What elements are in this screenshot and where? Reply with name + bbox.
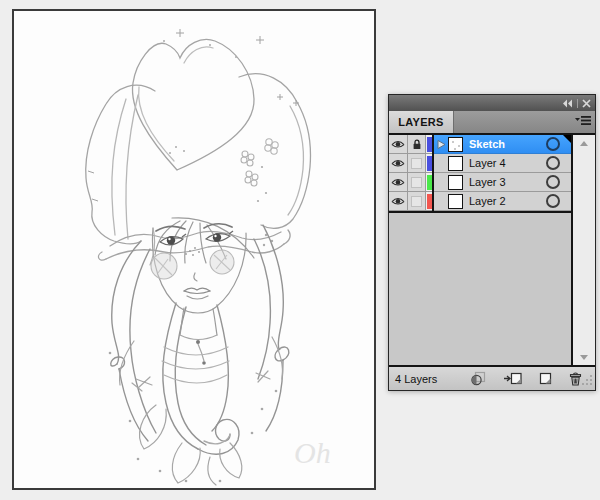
eye-icon: [391, 140, 405, 149]
visibility-toggle[interactable]: [389, 192, 408, 211]
new-layer-button[interactable]: [539, 372, 552, 385]
layer-thumbnail[interactable]: [448, 137, 463, 152]
layer-name[interactable]: Sketch: [469, 138, 505, 150]
clipping-mask-button[interactable]: [470, 371, 486, 386]
layer-name[interactable]: Layer 3: [469, 176, 506, 188]
scroll-up-icon[interactable]: [573, 135, 595, 151]
artboard-canvas[interactable]: Oh: [12, 9, 376, 490]
unlocked-box: [411, 158, 422, 169]
panel-statusbar: 4 Layers: [389, 365, 595, 390]
scrollbar[interactable]: [571, 135, 595, 365]
layer-color-bar: [427, 194, 432, 209]
artist-signature: Oh: [294, 436, 331, 469]
layer-row-layer2[interactable]: Layer 2: [389, 192, 571, 213]
titlebar-separator: [577, 99, 578, 108]
layer-thumbnail[interactable]: [448, 156, 463, 171]
layer-thumbnail[interactable]: [448, 194, 463, 209]
resize-grip[interactable]: [581, 374, 593, 388]
target-circle[interactable]: [546, 156, 560, 170]
selection-indicator: [563, 135, 571, 143]
target-circle[interactable]: [546, 175, 560, 189]
visibility-toggle[interactable]: [389, 154, 408, 173]
layer-row-layer3[interactable]: Layer 3: [389, 173, 571, 192]
lock-toggle[interactable]: [408, 192, 426, 211]
layer-name[interactable]: Layer 2: [469, 195, 506, 207]
layer-row-sketch[interactable]: Sketch: [389, 135, 571, 154]
panel-titlebar[interactable]: [389, 95, 595, 111]
lock-toggle[interactable]: [408, 173, 426, 192]
layer-color-bar: [427, 156, 432, 171]
lock-toggle[interactable]: [408, 154, 426, 173]
scroll-down-icon[interactable]: [573, 349, 595, 365]
panel-tabbar: LAYERS: [389, 111, 595, 135]
eye-icon: [391, 178, 405, 187]
unlocked-box: [411, 196, 422, 207]
target-circle[interactable]: [546, 194, 560, 208]
layer-thumbnail[interactable]: [448, 175, 463, 190]
eye-icon: [391, 197, 405, 206]
layer-row-layer4[interactable]: Layer 4: [389, 154, 571, 173]
expand-triangle-icon[interactable]: [434, 140, 448, 149]
layer-count: 4 Layers: [395, 373, 453, 385]
target-circle[interactable]: [546, 137, 560, 151]
sketch-drawing: Oh: [14, 11, 374, 488]
layer-color-bar: [427, 137, 432, 152]
tab-layers[interactable]: LAYERS: [389, 111, 454, 133]
layers-panel: LAYERS: [388, 94, 596, 391]
layers-empty-area: [389, 213, 571, 365]
panel-menu-icon[interactable]: [575, 115, 591, 129]
unlocked-box: [411, 177, 422, 188]
eye-icon: [391, 159, 405, 168]
lock-toggle[interactable]: [408, 135, 426, 154]
collapse-to-icons-icon[interactable]: [562, 99, 573, 108]
layer-color-bar: [427, 175, 432, 190]
visibility-toggle[interactable]: [389, 173, 408, 192]
visibility-toggle[interactable]: [389, 135, 408, 154]
new-sublayer-button[interactable]: [503, 372, 522, 385]
layer-name[interactable]: Layer 4: [469, 157, 506, 169]
tab-layers-label: LAYERS: [398, 116, 443, 128]
lock-icon: [412, 139, 422, 150]
layers-list: Sketch: [389, 135, 595, 365]
close-icon[interactable]: [582, 99, 591, 108]
